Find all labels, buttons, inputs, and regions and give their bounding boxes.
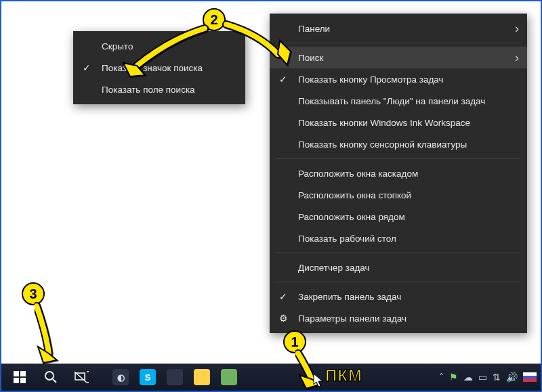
label: Расположить окна каскадом	[298, 169, 418, 179]
label: ПКМ	[325, 366, 362, 385]
check-icon: ✓	[279, 291, 287, 302]
tray-language-icon[interactable]	[523, 372, 537, 382]
menu-item-panels[interactable]: Панели	[270, 18, 527, 39]
menu-item-desktop[interactable]: Показать рабочий стол	[270, 227, 527, 249]
menu-item-touchkb[interactable]: Показать кнопку сенсорной клавиатуры	[270, 133, 527, 155]
taskbar-app-1[interactable]: ◐	[107, 364, 134, 391]
taskbar-app-notes[interactable]	[188, 364, 215, 391]
menu-separator	[276, 158, 520, 159]
tray-chevron-icon[interactable]: ˄	[439, 372, 444, 383]
label: Показать значок поиска	[102, 63, 203, 73]
svg-line-5	[53, 379, 56, 383]
label: Панели	[298, 24, 330, 34]
tray-network-icon[interactable]: ⇅	[493, 372, 501, 383]
svg-rect-2	[14, 378, 19, 383]
menu-item-sidebyside[interactable]: Расположить окна рядом	[270, 206, 527, 227]
step-number: 2	[210, 12, 217, 28]
tray-icon[interactable]: ⚑	[449, 372, 458, 383]
system-tray[interactable]: ˄ ⚑ ☁ ▭ ⇅ 🔊	[439, 364, 537, 391]
start-button[interactable]	[4, 364, 35, 391]
step-bubble-1: 1	[283, 330, 306, 353]
label: Показать кнопки Windows Ink Workspace	[298, 118, 470, 128]
label: Показать кнопку сенсорной клавиатуры	[298, 139, 467, 150]
menu-item-hidden[interactable]: Скрыто	[73, 35, 245, 57]
step-number: 3	[29, 286, 37, 302]
menu-item-stacked[interactable]: Расположить окна стопкой	[270, 184, 527, 206]
menu-separator	[276, 43, 520, 43]
label: Поиск	[298, 53, 323, 63]
svg-rect-3	[20, 378, 26, 383]
label: Показать кнопку Просмотра задач	[298, 74, 444, 85]
menu-item-taskmgr[interactable]: Диспетчер задач	[270, 257, 527, 278]
label: Закрепить панель задач	[298, 292, 401, 302]
menu-item-settings[interactable]: ⚙Параметры панели задач	[270, 307, 527, 329]
menu-separator	[276, 282, 520, 282]
label: Показывать панель "Люди" на панели задач	[298, 96, 485, 106]
menu-item-ink[interactable]: Показать кнопки Windows Ink Workspace	[270, 112, 527, 133]
mouse-cursor-icon	[313, 373, 324, 388]
svg-rect-1	[20, 371, 26, 376]
pkm-label: ПКМ	[325, 366, 362, 385]
task-view-button[interactable]	[66, 364, 98, 391]
menu-item-people[interactable]: Показывать панель "Люди" на панели задач	[270, 90, 527, 112]
label: Расположить окна рядом	[298, 212, 405, 222]
taskbar-app-skype[interactable]: S	[134, 364, 161, 391]
taskbar-app-5[interactable]	[215, 364, 243, 391]
search-submenu: Скрыто ✓Показать значок поиска Показать …	[73, 31, 245, 104]
label: Диспетчер задач	[298, 263, 370, 273]
menu-item-cascade[interactable]: Расположить окна каскадом	[270, 162, 527, 184]
step-number: 1	[291, 334, 298, 350]
tray-battery-icon[interactable]: ▭	[478, 372, 487, 383]
svg-point-4	[45, 372, 54, 380]
task-view-icon	[75, 371, 89, 383]
step-bubble-3: 3	[22, 282, 45, 305]
menu-item-show-icon[interactable]: ✓Показать значок поиска	[73, 57, 245, 79]
step-bubble-2: 2	[203, 8, 226, 31]
search-button[interactable]	[35, 364, 66, 391]
label: Параметры панели задач	[298, 313, 406, 324]
taskbar[interactable]: ◐ S ˄ ⚑ ☁ ▭ ⇅ 🔊	[1, 364, 541, 391]
taskbar-app-3[interactable]	[161, 364, 188, 391]
windows-icon	[14, 371, 26, 383]
gear-icon: ⚙	[279, 313, 288, 324]
tray-volume-icon[interactable]: 🔊	[506, 372, 518, 383]
label: Показать поле поиска	[102, 85, 195, 95]
tray-cloud-icon[interactable]: ☁	[463, 372, 473, 383]
label: Показать рабочий стол	[298, 234, 396, 244]
menu-item-show-box[interactable]: Показать поле поиска	[73, 79, 245, 100]
label: Скрыто	[102, 41, 133, 51]
search-icon	[44, 370, 58, 384]
menu-separator	[276, 253, 520, 253]
menu-item-search[interactable]: Поиск	[270, 47, 527, 68]
svg-rect-0	[14, 371, 19, 376]
taskbar-context-menu: Панели Поиск ✓Показать кнопку Просмотра …	[270, 14, 527, 333]
label: Расположить окна стопкой	[298, 190, 411, 200]
check-icon: ✓	[279, 74, 287, 85]
menu-item-taskview[interactable]: ✓Показать кнопку Просмотра задач	[270, 68, 527, 90]
check-icon: ✓	[83, 62, 91, 73]
menu-item-lock[interactable]: ✓Закрепить панель задач	[270, 286, 527, 307]
